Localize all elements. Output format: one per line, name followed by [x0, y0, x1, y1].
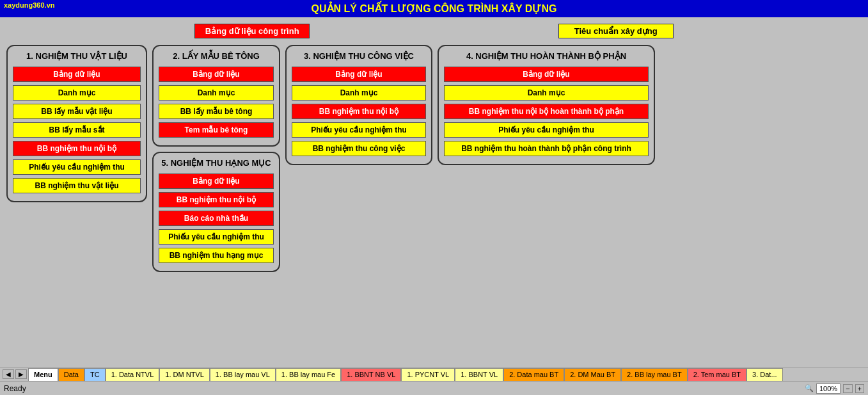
s3-bbnt-cv[interactable]: BB nghiệm thu công việc: [292, 141, 426, 156]
s1-bbnt-vl[interactable]: BB nghiệm thu vật liệu: [13, 178, 141, 193]
s5-bao-cao-nt[interactable]: Báo cáo nhà thầu: [159, 211, 274, 226]
top-buttons: Bảng dữ liệu công trình Tiêu chuẩn xây d…: [6, 24, 862, 38]
s2-bdd[interactable]: Bảng dữ liệu: [159, 67, 274, 82]
tab-2-data-mau-bt[interactable]: 2. Data mau BT: [503, 368, 564, 381]
s2-dm[interactable]: Danh mục: [159, 85, 274, 101]
status-bar: Ready 🔍 100% − +: [0, 381, 868, 395]
s3-bbnt-nb[interactable]: BB nghiệm thu nội bộ: [292, 104, 426, 119]
section-2: 2. LẤY MẪU BÊ TÔNG Bảng dữ liệu Danh mục…: [152, 45, 280, 147]
s1-bb-ntnb[interactable]: BB nghiệm thu nội bộ: [13, 141, 141, 156]
tab-1-bbnt-nb-vl[interactable]: 1. BBNT NB VL: [341, 368, 401, 381]
s1-bb-lay-mau-vl[interactable]: BB lấy mẫu vật liệu: [13, 104, 141, 119]
s4-bbnt-nb[interactable]: BB nghiệm thu nội bộ hoàn thành bộ phận: [444, 104, 649, 119]
s3-pycnt[interactable]: Phiếu yêu cầu nghiệm thu: [292, 122, 426, 138]
section-5-title: 5. NGHIỆM THU HẠNG MỤC: [159, 158, 274, 168]
tab-1-pycnt-vl[interactable]: 1. PYCNT VL: [401, 368, 455, 381]
tab-1-bb-lay-mau-fe[interactable]: 1. BB lay mau Fe: [276, 368, 341, 381]
s4-pycnt[interactable]: Phiếu yêu cầu nghiệm thu: [444, 122, 649, 138]
section-3: 3. NGHIỆM THU CÔNG VIỆC Bảng dữ liệu Dan…: [285, 45, 432, 165]
zoom-plus[interactable]: +: [855, 384, 864, 393]
logo: xaydung360.vn: [4, 1, 54, 9]
section-5: 5. NGHIỆM THU HẠNG MỤC Bảng dữ liệu BB n…: [152, 152, 280, 272]
s1-bb-lay-mau-sat[interactable]: BB lấy mẫu sắt: [13, 122, 141, 138]
tab-nav-left[interactable]: ◀: [3, 369, 14, 379]
section-4-title: 4. NGHIỆM THU HOÀN THÀNH BỘ PHẬN: [444, 51, 649, 61]
tab-data[interactable]: Data: [58, 368, 84, 381]
s3-dm[interactable]: Danh mục: [292, 85, 426, 101]
status-right: 🔍 100% − +: [805, 383, 864, 394]
s4-bdd[interactable]: Bảng dữ liệu: [444, 67, 649, 82]
tieu-chuan-xay-dung-button[interactable]: Tiêu chuẩn xây dựng: [558, 24, 674, 38]
zoom-level: 100%: [816, 383, 840, 394]
tab-2-bb-lay-mau-bt[interactable]: 2. BB lay mau BT: [621, 368, 688, 381]
tab-1-bbnt-vl[interactable]: 1. BBNT VL: [455, 368, 503, 381]
tab-1-dm-ntvl[interactable]: 1. DM NTVL: [159, 368, 210, 381]
bottom-tabs: ◀ ▶ Menu Data TC 1. Data NTVL 1. DM NTVL…: [0, 367, 868, 381]
title-bar: xaydung360.vn QUẢN LÝ CHẤT LƯỢNG CÔNG TR…: [0, 0, 868, 17]
s2-tem-mau-bt[interactable]: Tem mẫu bê tông: [159, 122, 274, 138]
s1-pycnt[interactable]: Phiếu yêu cầu nghiệm thu: [13, 159, 141, 175]
main-area: Bảng dữ liệu công trình Tiêu chuẩn xây d…: [0, 17, 868, 366]
s1-dm[interactable]: Danh mục: [13, 85, 141, 101]
s4-dm[interactable]: Danh mục: [444, 85, 649, 101]
zoom-minus[interactable]: −: [843, 384, 852, 393]
tab-2-dm-mau-bt[interactable]: 2. DM Mau BT: [564, 368, 621, 381]
app-title: QUẢN LÝ CHẤT LƯỢNG CÔNG TRÌNH XÂY DỰNG: [312, 3, 557, 14]
section-1: 1. NGHIỆM THU VẬT LIỆU Bảng dữ liệu Danh…: [6, 45, 147, 202]
status-ready: Ready: [4, 384, 26, 393]
bang-du-lieu-cong-trinh-button[interactable]: Bảng dữ liệu công trình: [194, 24, 310, 38]
tab-tc[interactable]: TC: [84, 368, 106, 381]
s1-bdd[interactable]: Bảng dữ liệu: [13, 67, 141, 82]
section-3-title: 3. NGHIỆM THU CÔNG VIỆC: [292, 51, 426, 61]
zoom-icon: 🔍: [805, 384, 814, 392]
s5-bbnt-hm[interactable]: BB nghiệm thu hạng mục: [159, 248, 274, 263]
tab-3-dat[interactable]: 3. Dat...: [746, 368, 783, 381]
section-2-title: 2. LẤY MẪU BÊ TÔNG: [159, 51, 274, 61]
section-1-title: 1. NGHIỆM THU VẬT LIỆU: [13, 51, 141, 61]
s5-bbnt-nb[interactable]: BB nghiệm thu nội bộ: [159, 192, 274, 207]
s4-bbnt-htbp[interactable]: BB nghiệm thu hoàn thành bộ phận công tr…: [444, 141, 649, 156]
tab-1-data-ntvl[interactable]: 1. Data NTVL: [106, 368, 160, 381]
s5-pycnt[interactable]: Phiếu yêu cầu nghiệm thu: [159, 229, 274, 245]
s3-bdd[interactable]: Bảng dữ liệu: [292, 67, 426, 82]
tab-nav-right[interactable]: ▶: [15, 369, 27, 379]
tab-2-tem-mau-bt[interactable]: 2. Tem mau BT: [688, 368, 746, 381]
s2-bb-lay-mau-bt[interactable]: BB lấy mẫu bê tông: [159, 104, 274, 119]
section-4: 4. NGHIỆM THU HOÀN THÀNH BỘ PHẬN Bảng dữ…: [438, 45, 655, 165]
tab-1-bb-lay-mau-vl[interactable]: 1. BB lay mau VL: [210, 368, 276, 381]
tab-menu[interactable]: Menu: [28, 368, 58, 381]
s5-bdd[interactable]: Bảng dữ liệu: [159, 173, 274, 189]
